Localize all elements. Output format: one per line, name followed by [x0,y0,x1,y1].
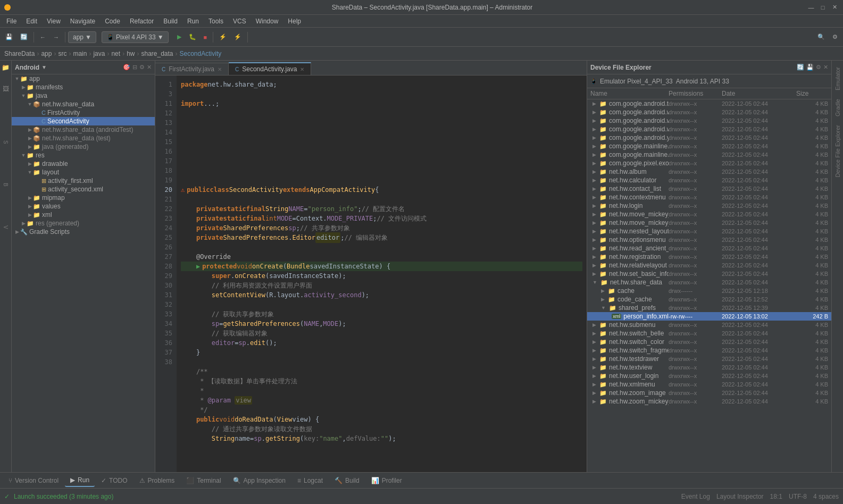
maximize-btn[interactable]: □ [819,3,827,12]
code-content[interactable]: package net.hw.share_data; import ...; ⚠… [177,75,587,472]
debug-btn[interactable]: 🐛 [186,31,199,43]
dfe-row-14[interactable]: ▶ 📁 net.hw.move_mickey_by_touch drwxrwx-… [587,219,831,227]
dfe-row-6[interactable]: ▶ 📁 com.google.mainline.telemetry drwxrw… [587,150,831,159]
apply-changes-btn[interactable]: ⚡ [231,31,245,43]
forward-btn[interactable]: → [50,32,62,43]
bottom-tab-todo[interactable]: ✓TODO [96,475,132,486]
bottom-tab-version-control[interactable]: ⑂Version Control [3,475,64,486]
dfe-row-15[interactable]: ▶ 📁 net.hw.nested_layout drwxrwx--x 2022… [587,227,831,236]
settings-btn[interactable]: ⚙ [829,31,841,43]
gradle-tab[interactable]: Gradle [833,95,842,121]
tab-firstactivity[interactable]: C FirstActivity.java ✕ [155,63,229,75]
dfe-row-19[interactable]: ▶ 📁 net.hw.relativelayout drwxrwx--x 202… [587,261,831,270]
tree-item-androidtest[interactable]: ▶ 📦 net.hw.share_data (androidTest) [12,125,155,134]
dfe-row-13[interactable]: ▶ 📁 net.hw.move_mickey_by_key drwxrwx--x… [587,210,831,219]
bottom-tab-problems[interactable]: ⚠Problems [134,475,180,486]
menu-item-refactor[interactable]: Refactor [126,16,158,26]
menu-item-edit[interactable]: Edit [22,16,41,26]
dfe-row-18[interactable]: ▶ 📁 net.hw.registration drwxrwx--x 2022-… [587,253,831,261]
bc-src[interactable]: src [58,50,66,57]
menu-item-file[interactable]: File [2,16,21,26]
dfe-row-27[interactable]: ▶ 📁 net.hw.switch_belle drwxrwx--x 2022-… [587,329,831,338]
menu-item-build[interactable]: Build [159,16,182,26]
tree-item-values[interactable]: ▶ 📁 values [12,202,155,211]
dfe-row-12[interactable]: ▶ 📁 net.hw.login drwxrwx--x 2022-12-05 0… [587,201,831,210]
bc-net[interactable]: net [111,50,120,57]
dfe-save-icon[interactable]: 💾 [806,64,814,71]
menu-item-window[interactable]: Window [252,16,283,26]
dfe-refresh-icon[interactable]: 🔄 [797,64,804,71]
bottom-tab-logcat[interactable]: ≡Logcat [292,475,328,486]
dfe-row-8[interactable]: ▶ 📁 net.hw.album drwxrwx--x 2022-12-05 0… [587,167,831,176]
tree-item-java[interactable]: ▼ 📁 java [12,91,155,100]
dfe-row-10[interactable]: ▶ 📁 net.hw.contact_list drwxrwx--x 2022-… [587,184,831,193]
bc-second-activity[interactable]: SecondActivity [180,50,222,57]
tree-item-package-main[interactable]: ▼ 📦 net.hw.share_data [12,100,155,108]
bc-hw[interactable]: hw [127,50,135,57]
tree-item-mipmap[interactable]: ▶ 📁 mipmap [12,194,155,202]
dfe-row-17[interactable]: ▶ 📁 net.hw.read_ancient_poetry drwxrwx--… [587,244,831,253]
tree-item-res[interactable]: ▼ 📁 res [12,151,155,159]
stop-btn[interactable]: ■ [201,32,211,43]
menu-item-tools[interactable]: Tools [204,16,228,26]
project-settings-icon[interactable]: ⚙ [139,64,145,71]
dfe-row-24[interactable]: ▼ 📁 shared_prefs drwxrwx--x 2022-12-05 1… [587,304,831,312]
bottom-tab-build[interactable]: 🔨Build [329,475,365,486]
project-icon[interactable]: 📁 [1,63,11,72]
event-log-btn[interactable]: Event Log [681,493,710,500]
dfe-row-2[interactable]: ▶ 📁 com.google.android.wifi.dialog drwxr… [587,116,831,125]
emulator-tab[interactable]: Emulator [833,63,842,95]
project-close-icon[interactable]: ✕ [147,64,152,71]
dfe-row-5[interactable]: ▶ 📁 com.google.mainline.adservice drwxrw… [587,142,831,150]
tree-item-gradle[interactable]: ▶ 🔧 Gradle Scripts [12,228,155,236]
dfe-row-33[interactable]: ▶ 📁 net.hw.xmlmenu drwxrwx--x 2022-12-05… [587,380,831,389]
app-selector[interactable]: app ▼ [68,31,96,43]
bc-java[interactable]: java [93,50,105,57]
menu-item-code[interactable]: Code [101,16,124,26]
back-btn[interactable]: ← [37,32,49,43]
minimize-btn[interactable]: — [807,3,815,12]
tree-item-secondactivity[interactable]: ▶ C SecondActivity [12,117,155,125]
dfe-row-28[interactable]: ▶ 📁 net.hw.switch_color drwxrwx--x 2022-… [587,338,831,346]
bc-share-data[interactable]: ShareData [4,50,35,57]
dfe-row-9[interactable]: ▶ 📁 net.hw.calculator drwxrwx--x 2022-12… [587,176,831,184]
dfe-row-25[interactable]: ▶ xml person_info.xml -rw-rw---- 2022-12… [587,312,831,321]
dfe-row-7[interactable]: ▶ 📁 com.google.pixel.exo drwxrwx--x 2022… [587,159,831,167]
dfe-row-26[interactable]: ▶ 📁 net.hw.submenu drwxrwx--x 2022-12-05… [587,321,831,329]
layout-inspector-btn[interactable]: Layout Inspector [716,493,764,500]
menu-item-run[interactable]: Run [183,16,203,26]
tree-item-java-gen[interactable]: ▶ 📁 java (generated) [12,142,155,151]
menu-item-navigate[interactable]: Navigate [66,16,99,26]
build-variants-icon[interactable]: V [1,222,11,232]
dfe-row-20[interactable]: ▶ 📁 net.hw.set_basic_information drwxrwx… [587,270,831,278]
tree-item-layout[interactable]: ▼ 📁 layout [12,168,155,177]
dfe-settings-icon[interactable]: ⚙ [816,64,821,71]
tree-item-app[interactable]: ▼ 📁 app [12,74,155,83]
dfe-row-30[interactable]: ▶ 📁 net.hw.testdrawer drwxrwx--x 2022-12… [587,355,831,363]
dfe-row-29[interactable]: ▶ 📁 net.hw.switch_fragment drwxrwx--x 20… [587,346,831,355]
profile-btn[interactable]: ⚡ [216,31,230,43]
tree-item-af-xml[interactable]: ▶ ⊞ activity_first.xml [12,177,155,185]
dfe-row-35[interactable]: ▶ 📁 net.hw.zoom_mickey_by_touch drwxrwx-… [587,397,831,406]
dfe-row-31[interactable]: ▶ 📁 net.hw.textview drwxrwx--x 2022-12-0… [587,363,831,372]
tree-item-drawable[interactable]: ▶ 📁 drawable [12,159,155,168]
bookmarks-icon[interactable]: B [1,180,11,189]
structure-icon[interactable]: S [1,137,11,147]
project-dropdown-icon[interactable]: ▼ [41,64,47,70]
bottom-tab-app-inspection[interactable]: 🔍App Inspection [228,475,291,486]
save-all-btn[interactable]: 💾 [2,31,16,43]
bottom-tab-profiler[interactable]: 📊Profiler [366,475,407,486]
dfe-row-0[interactable]: ▶ 📁 com.google.android.tts drwxrwx--x 20… [587,99,831,108]
tree-item-manifests[interactable]: ▶ 📁 manifests [12,83,155,91]
dfe-row-34[interactable]: ▶ 📁 net.hw.zoom_image drwxrwx--x 2022-12… [587,389,831,397]
dfe-row-3[interactable]: ▶ 📁 com.google.android.wifi.resou drwxrw… [587,125,831,133]
dfe-close-icon[interactable]: ✕ [823,64,828,71]
dfe-row-4[interactable]: ▶ 📁 com.google.android.youtube drwxrwx--… [587,133,831,142]
dfe-row-16[interactable]: ▶ 📁 net.hw.optionsmenu drwxrwx--x 2022-1… [587,236,831,244]
bottom-tab-terminal[interactable]: ⬛Terminal [181,475,226,486]
dfe-row-23[interactable]: ▶ 📁 code_cache drwxrws--x 2022-12-05 12:… [587,295,831,304]
menu-item-view[interactable]: View [43,16,65,26]
bottom-tab-run[interactable]: ▶Run [65,474,95,487]
tab-secondactivity[interactable]: C SecondActivity.java ✕ [229,62,311,75]
run-btn[interactable]: ▶ [174,31,185,43]
